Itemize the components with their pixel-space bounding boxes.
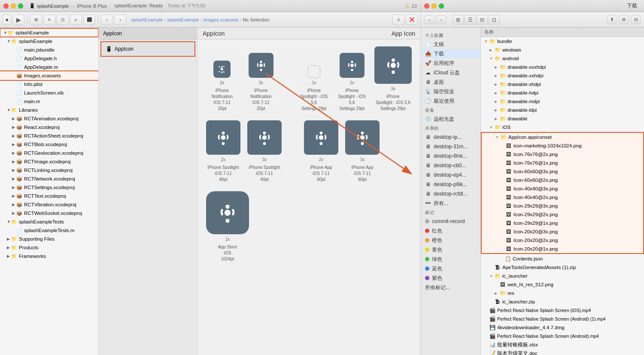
assistant-toggle[interactable]: ⊡ [57, 15, 69, 25]
icon-cell-settings-2x[interactable]: 2x iPhoneSpotlight - iOS 5,6Settings 29p… [336, 53, 368, 112]
sidebar-item-desktop-ip[interactable]: 🖥 desktop-ip... [421, 132, 480, 142]
file-entry-icon-29x29-3x[interactable]: 🖼 Icon-29x29@3x.png [482, 202, 643, 210]
tree-file-appdelegate-h[interactable]: 📄 AppDelegate.h [0, 54, 98, 63]
tree-rcttext[interactable]: ▶ 📦 RCTText.xcodeproj [0, 192, 98, 200]
icon-cell-app-2x[interactable]: 2x iPhone AppiOS 7-1160pt [304, 120, 338, 183]
tag-blue[interactable]: 蓝色 [421, 264, 480, 273]
file-entry-ic-launcher-folder[interactable]: ▼ 📁 ic_launcher [481, 272, 644, 280]
navigator-toggle[interactable]: ⊞ [30, 15, 42, 25]
finder-min-btn[interactable] [431, 3, 437, 9]
file-entry-drawable-xxhdpi[interactable]: ▶ 📁 drawable-xxhdpi [481, 71, 644, 80]
file-entry-apetools-zip[interactable]: 🗜 ApeToolsGeneratedAssets (1).zip [481, 263, 644, 272]
tree-file-main-jsbundle[interactable]: 📄 main.jsbundle [0, 46, 98, 54]
warning-indicator[interactable]: ⚠ 13 [405, 3, 417, 9]
share-btn[interactable]: ⬆ [607, 15, 617, 24]
sort-btn[interactable]: ⊟ [631, 15, 641, 24]
tree-rctanimation[interactable]: ▶ 📦 RCTAnimation.xcodeproj [0, 114, 98, 123]
tag-orange[interactable]: 橙色 [421, 236, 480, 245]
file-entry-appiconset[interactable]: ▼ 📁 AppIcon.appiconset [482, 133, 643, 141]
tree-rctsettings[interactable]: ▶ 📦 RCTSettings.xcodeproj [0, 183, 98, 192]
file-entry-icon-20x20-3x[interactable]: 🖼 Icon-20x20@3x.png [482, 227, 643, 236]
file-entry-bundle[interactable]: ▼ 📁 bundle [481, 37, 644, 46]
icon-view-btn[interactable]: ⊞ [453, 15, 464, 24]
sidebar-item-docs[interactable]: 📄 文稿 [421, 40, 480, 49]
file-entry-icon-29x29-2x[interactable]: 🖼 Icon-29x29@2x.png [482, 210, 643, 219]
sidebar-item-recent[interactable]: 🕐 最近使用 [421, 96, 480, 106]
file-entry-windows[interactable]: ▶ 📁 windows [481, 46, 644, 54]
maximize-button[interactable] [18, 3, 23, 9]
tree-rctvibration[interactable]: ▶ 📦 RCTVibration.xcodeproj [0, 200, 98, 209]
sidebar-item-icloud[interactable]: ☁ iCloud 云盘 [421, 68, 480, 77]
column-view-btn[interactable]: ⊟ [477, 15, 488, 24]
icon-cell-settings-1x[interactable]: 1x iPhoneSpotlight - iOS 5,6Settings 29p… [298, 65, 330, 112]
tree-item-root[interactable]: ▼ 📁 splashExample [0, 28, 98, 37]
file-entry-ios[interactable]: ▼ 📁 iOS [481, 123, 644, 132]
tag-purple[interactable]: 紫色 [421, 273, 480, 283]
icon-cell-notif-2x[interactable]: 2x iPhone NotificationiOS 7-1120pt [206, 61, 238, 112]
sidebar-item-airdrop[interactable]: 📡 隔空投送 [421, 87, 480, 96]
icon-cell-settings-3x[interactable]: 3x iPhoneSpotlight - iOS 5,6Settings 29p… [374, 46, 412, 112]
file-entry-xlsx[interactable]: 📊 批量转账模板.xlsx [481, 340, 644, 349]
file-entry-icon-20x20-2x[interactable]: 🖼 Icon-20x20@2x.png [482, 236, 643, 245]
icon-cell-appstore[interactable]: 1x App StoreiOS1024pt [206, 191, 249, 262]
sidebar-item-desktop[interactable]: 🖥 桌面 [421, 77, 480, 87]
back-btn[interactable]: ‹ [101, 15, 113, 25]
file-entry-icon-76x76-1x[interactable]: 🖼 Icon-76x76@1x.png [482, 159, 643, 167]
breakpoint-btn[interactable]: ⬛ [83, 15, 95, 25]
bread-3[interactable]: Images.xcassets [204, 17, 239, 22]
file-entry-drawable-ldpi[interactable]: ▶ 📁 drawable-ldpi [481, 106, 644, 114]
tag-yellow[interactable]: 黄色 [421, 245, 480, 254]
forward-btn[interactable]: › [114, 15, 126, 25]
icon-cell-spotlight-3x[interactable]: 3x iPhone SpotlightiOS 7-1140pt [247, 120, 282, 183]
tree-group-splashExample[interactable]: ▼ 📁 splashExample [0, 37, 98, 46]
sidebar-item-disc[interactable]: 💿 远程光盘 [421, 114, 480, 124]
tree-group-products[interactable]: ▶ 📁 Products [0, 243, 98, 252]
finder-max-btn[interactable] [439, 3, 444, 9]
error-btn[interactable]: ❌ [406, 15, 418, 25]
file-entry-android-mp4-1[interactable]: 🎬 Perfect React Native Splash Screen (An… [481, 315, 644, 323]
tree-rctnetwork[interactable]: ▶ 📦 RCTNetwork.xcodeproj [0, 174, 98, 183]
appicon-item[interactable]: 📱 AppIcon [100, 41, 195, 57]
file-entry-android[interactable]: ▼ 📁 android [481, 54, 644, 63]
tree-rctactionsheet[interactable]: ▶ 📦 RCTActionSheet.xcodeproj [0, 132, 98, 140]
tag-red[interactable]: 红色 [421, 226, 480, 236]
tree-rctwebsocket[interactable]: ▶ 📦 RCTWebSocket.xcodeproj [0, 209, 98, 217]
tag-commit-record[interactable]: commit-record [421, 217, 480, 226]
finder-back-btn[interactable]: ‹ [424, 15, 434, 24]
sidebar-item-desktop-6lnk[interactable]: 🖥 desktop-6lnk... [421, 151, 480, 161]
file-entry-android-mp4[interactable]: 🎬 Perfect React Native Splash Screen (An… [481, 332, 644, 340]
source-control[interactable]: ↙ [70, 15, 82, 25]
file-entry-icon-40x40-3x[interactable]: 🖼 Icon-40x40@3x.png [482, 184, 643, 193]
sidebar-item-desktop-rcfdl[interactable]: 🖥 desktop-rcfdl... [421, 189, 480, 199]
file-entry-icon-20x20-1x[interactable]: 🖼 Icon-20x20@1x.png [482, 245, 643, 253]
finder-forward-btn[interactable]: › [436, 15, 447, 24]
file-entry-drawable-mdpi[interactable]: ▶ 📁 drawable-mdpi [481, 97, 644, 106]
tree-rctblob[interactable]: ▶ 📦 RCTBlob.xcodeproj [0, 140, 98, 149]
sidebar-item-desktop-31m[interactable]: 🖥 desktop-31m... [421, 142, 480, 151]
file-entry-icon-76x76-2x[interactable]: 🖼 Icon-76x76@2x.png [482, 150, 643, 159]
tree-react[interactable]: ▶ 📦 React.xcodeproj [0, 123, 98, 132]
close-button[interactable] [3, 3, 9, 9]
file-entry-4kvideo-dmg[interactable]: 💾 4kvideodownloader_4.4.7.dmg [481, 323, 644, 332]
sidebar-item-apps[interactable]: 🚀 应用程序 [421, 58, 480, 68]
tree-rctimage[interactable]: ▶ 📦 RCTImage.xcodeproj [0, 157, 98, 166]
file-entry-icon-40x40-2x[interactable]: 🖼 Icon-40x40@2x.png [482, 193, 643, 202]
debug-toggle[interactable]: ≡ [43, 15, 55, 25]
file-entry-drawable-xhdpi[interactable]: ▶ 📁 drawable-xhdpi [481, 80, 644, 89]
tree-rctlinking[interactable]: ▶ 📦 RCTLinking.xcodeproj [0, 166, 98, 174]
tree-group-libraries[interactable]: ▼ 📁 Libraries [0, 106, 98, 114]
finder-close-btn[interactable] [424, 3, 429, 9]
file-entry-doc[interactable]: 📝 版本升级英文.doc [481, 349, 644, 355]
icon-cell-app-3x[interactable]: 3x iPhone AppiOS 7-1160pt [345, 120, 380, 183]
sidebar-item-desktop-cb0[interactable]: 🖥 desktop-cb0... [421, 161, 480, 170]
file-entry-icon-60x60-3x[interactable]: 🖼 Icon-60x60@3x.png [482, 167, 643, 176]
file-entry-web-hi-res[interactable]: 🖼 web_hi_res_512.png [481, 280, 644, 289]
file-entry-icon-marketing[interactable]: 🖼 icon-marketing-1024x1024.png [482, 141, 643, 150]
sidebar-item-downloads[interactable]: 📥 下载 [421, 49, 480, 58]
tree-rctgeolocation[interactable]: ▶ 📦 RCTGeolocation.xcodeproj [0, 149, 98, 157]
file-entry-icon-29x29-1x[interactable]: 🖼 Icon-29x29@1x.png [482, 219, 643, 227]
file-entry-drawable[interactable]: ▶ 📁 drawable [481, 114, 644, 123]
minimize-button[interactable] [11, 3, 16, 9]
action-btn[interactable]: ⚙ [619, 15, 629, 24]
run-button[interactable]: ▶ [12, 15, 24, 25]
